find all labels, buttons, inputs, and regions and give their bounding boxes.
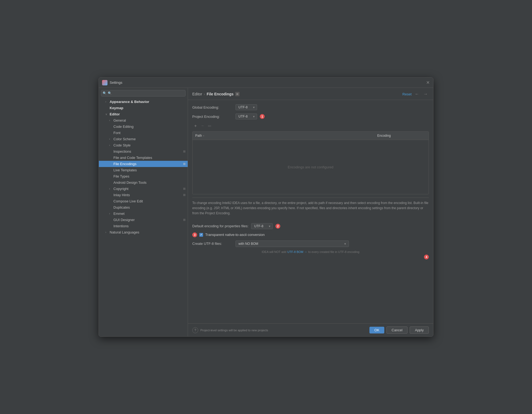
table-header: Path ↑ Encoding <box>193 132 429 140</box>
dropdown-arrow-icon: ▼ <box>268 225 271 228</box>
breadcrumb: Editor › File Encodings ⊞ <box>192 92 402 96</box>
nav-forward-button[interactable]: → <box>422 91 429 97</box>
sidebar-item-label: Font <box>113 131 186 135</box>
project-encoding-dropdown[interactable]: UTF-8 ▼ <box>235 113 257 119</box>
sidebar-item-font[interactable]: Font <box>99 130 188 136</box>
sidebar-item-label: Duplicates <box>113 205 186 209</box>
sidebar-item-label: Intentions <box>113 224 186 228</box>
dialog-body: 🔍 › Appearance & Behavior Keymap ∨ Edito <box>99 88 433 336</box>
sidebar-item-code-style[interactable]: › Code Style <box>99 142 188 148</box>
close-button[interactable]: ✕ <box>426 81 430 85</box>
checkbox-label: Transparent native-to-ascii conversion <box>205 233 265 237</box>
sidebar: 🔍 › Appearance & Behavior Keymap ∨ Edito <box>99 88 188 336</box>
dropdown-arrow-icon: ▼ <box>252 115 255 118</box>
sidebar-item-label: Color Scheme <box>113 137 186 141</box>
sidebar-item-duplicates[interactable]: Duplicates <box>99 204 188 211</box>
help-button[interactable]: ? <box>192 327 198 333</box>
sidebar-item-live-templates[interactable]: Live Templates <box>99 167 188 173</box>
reset-button[interactable]: Reset <box>402 92 412 96</box>
dropdown-arrow-icon: ▼ <box>252 106 255 109</box>
sidebar-tree: › Appearance & Behavior Keymap ∨ Editor … <box>99 98 188 336</box>
ok-button[interactable]: OK <box>369 327 384 333</box>
global-encoding-row: Global Encoding: UTF-8 ▼ <box>192 104 429 110</box>
chevron-icon: › <box>109 138 113 141</box>
default-enc-dropdown[interactable]: UTF-8 ▼ <box>251 223 273 229</box>
utf8-bom-link[interactable]: UTF-8 BOM → <box>287 250 307 253</box>
header-actions: Reset ← → <box>402 91 429 97</box>
utf8-hint-row: IDEA will NOT add UTF-8 BOM → to every c… <box>192 250 429 253</box>
search-input[interactable] <box>101 90 186 96</box>
info-text: To change encoding IntelliJ IDEA uses fo… <box>192 198 429 219</box>
sidebar-item-label: Inspections <box>113 149 182 153</box>
sidebar-item-intentions[interactable]: Intentions <box>99 223 188 229</box>
create-utf8-label: Create UTF-8 files: <box>192 242 233 246</box>
chevron-icon: › <box>109 144 113 147</box>
main-content: Editor › File Encodings ⊞ Reset ← → Glob… <box>188 88 433 336</box>
sidebar-item-file-types[interactable]: File Types <box>99 173 188 179</box>
remove-path-button[interactable]: − <box>199 123 206 129</box>
cancel-button[interactable]: Cancel <box>386 326 408 334</box>
dropdown-arrow-icon: ▼ <box>344 242 346 245</box>
nav-back-button[interactable]: ← <box>414 91 420 97</box>
sidebar-item-label: Compose Live Edit <box>113 199 186 203</box>
search-box: 🔍 <box>101 90 186 96</box>
project-encoding-label: Project Encoding: <box>192 115 233 119</box>
app-icon <box>102 80 107 85</box>
sidebar-item-appearance[interactable]: › Appearance & Behavior <box>99 99 188 105</box>
default-enc-label: Default encoding for properties files: <box>192 224 248 228</box>
chevron-icon: ∨ <box>105 113 109 116</box>
sidebar-item-compose-live-edit[interactable]: Compose Live Edit <box>99 198 188 204</box>
sidebar-item-file-code-templates[interactable]: File and Code Templates <box>99 155 188 161</box>
hint-text-2: to every created file in UTF-8 encoding <box>308 250 359 253</box>
sidebar-item-label: Copyright <box>113 187 182 191</box>
col-path-header[interactable]: Path ↑ <box>193 133 375 139</box>
main-header: Editor › File Encodings ⊞ Reset ← → <box>188 88 433 100</box>
global-encoding-label: Global Encoding: <box>192 105 233 109</box>
apply-badge: 4 <box>424 255 429 259</box>
checkbox-badge: 3 <box>192 232 197 237</box>
sidebar-item-label: General <box>113 118 186 122</box>
chevron-icon: › <box>109 212 113 215</box>
project-encoding-row: Project Encoding: UTF-8 ▼ 1 <box>192 113 429 119</box>
dialog-title: Settings <box>110 81 122 85</box>
create-utf8-dropdown[interactable]: with NO BOM ▼ <box>235 241 349 247</box>
sidebar-item-emmet[interactable]: › Emmet <box>99 211 188 217</box>
sidebar-item-editor[interactable]: ∨ Editor <box>99 111 188 117</box>
transparent-conversion-checkbox[interactable] <box>199 233 203 237</box>
sidebar-item-gui-designer[interactable]: GUI Designer ⊞ <box>99 217 188 223</box>
sidebar-item-natural-languages[interactable]: › Natural Languages <box>99 229 188 235</box>
sidebar-item-android-design[interactable]: Android Design Tools <box>99 179 188 186</box>
default-enc-badge: 2 <box>275 224 280 229</box>
settings-icon: ⊞ <box>183 162 186 166</box>
project-encoding-badge: 1 <box>260 114 265 119</box>
sidebar-item-keymap[interactable]: Keymap <box>99 105 188 111</box>
chevron-icon: › <box>109 119 113 122</box>
breadcrumb-parent: Editor <box>192 92 202 96</box>
edit-path-button[interactable]: ✏ <box>206 123 213 129</box>
chevron-icon: › <box>105 231 109 234</box>
sidebar-item-inspections[interactable]: Inspections ⊞ <box>99 148 188 155</box>
sidebar-item-label: Code Style <box>113 143 186 147</box>
sidebar-item-color-scheme[interactable]: › Color Scheme <box>99 136 188 142</box>
settings-icon: ⊞ <box>183 193 186 197</box>
hint-text: IDEA will NOT add <box>262 250 286 253</box>
sidebar-item-copyright[interactable]: › Copyright ⊞ <box>99 186 188 192</box>
apply-button[interactable]: Apply <box>410 326 429 334</box>
encodings-table: Path ↑ Encoding Encodings are not config… <box>192 131 429 194</box>
global-encoding-dropdown[interactable]: UTF-8 ▼ <box>235 104 257 110</box>
sidebar-item-label: Inlay Hints <box>113 193 182 197</box>
sidebar-item-label: File Encodings <box>113 162 182 166</box>
breadcrumb-icon: ⊞ <box>235 92 240 96</box>
sidebar-item-inlay-hints[interactable]: Inlay Hints ⊞ <box>99 192 188 198</box>
sidebar-item-file-encodings[interactable]: File Encodings ⊞ <box>99 161 188 167</box>
breadcrumb-current: File Encodings <box>207 92 234 96</box>
sidebar-item-label: Live Templates <box>113 168 186 172</box>
sidebar-item-label: File and Code Templates <box>113 156 186 160</box>
sidebar-item-label: File Types <box>113 174 186 178</box>
sidebar-item-general[interactable]: › General <box>99 117 188 123</box>
sort-icon: ↑ <box>203 134 204 137</box>
settings-icon: ⊞ <box>183 218 186 222</box>
add-path-button[interactable]: + <box>192 123 199 129</box>
sidebar-item-code-editing[interactable]: Code Editing <box>99 123 188 130</box>
main-panel: Global Encoding: UTF-8 ▼ Project Encodin… <box>188 100 433 323</box>
